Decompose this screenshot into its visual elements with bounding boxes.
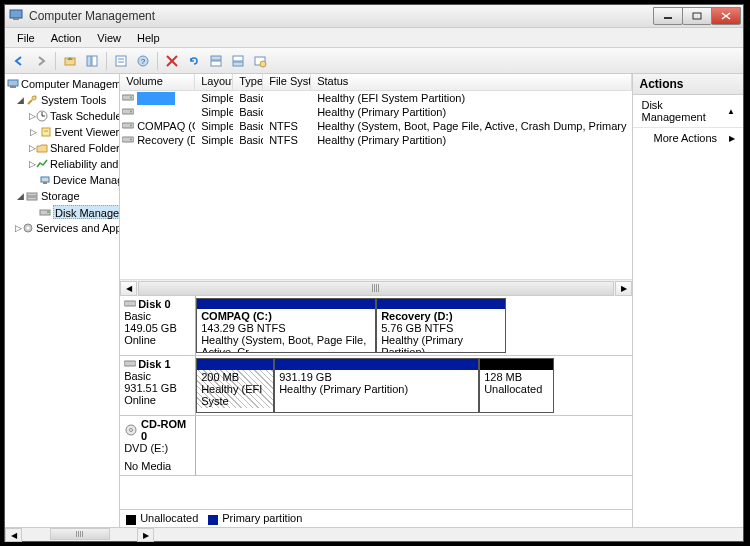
scroll-track[interactable] [22, 528, 137, 541]
tools-icon [25, 93, 39, 107]
legend-primary: Primary partition [208, 512, 302, 524]
gear-icon [22, 221, 34, 235]
menu-file[interactable]: File [9, 30, 43, 46]
cell-status: Healthy (EFI System Partition) [311, 92, 632, 104]
expand-icon[interactable]: ▷ [29, 143, 36, 153]
col-layout[interactable]: Layout [195, 74, 233, 90]
scroll-left-icon[interactable]: ◀ [120, 281, 137, 296]
settings-button[interactable] [250, 51, 270, 71]
svg-rect-22 [8, 80, 18, 86]
refresh-button[interactable] [184, 51, 204, 71]
partition-stripe [197, 299, 375, 309]
delete-button[interactable] [162, 51, 182, 71]
partition[interactable]: 200 MBHealthy (EFI Syste [196, 358, 274, 413]
tree-shared[interactable]: ▷Shared Folders [5, 140, 119, 156]
forward-button[interactable] [31, 51, 51, 71]
event-icon [39, 125, 53, 139]
nav-tree[interactable]: Computer Management (Local ◢System Tools… [5, 74, 120, 527]
cdrom-info[interactable]: CD-ROM 0 DVD (E:) No Media [120, 416, 196, 475]
expand-icon[interactable]: ▷ [15, 223, 22, 233]
scroll-thumb[interactable] [138, 281, 614, 296]
maximize-button[interactable] [682, 7, 712, 25]
volume-row[interactable]: Recovery (D:)SimpleBasicNTFSHealthy (Pri… [120, 133, 632, 147]
volume-list[interactable]: Volume Layout Type File System Status Si… [120, 74, 632, 296]
svg-point-24 [32, 96, 36, 100]
tree-systools[interactable]: ◢System Tools [5, 92, 119, 108]
disk-info[interactable]: Disk 0Basic149.05 GBOnline [120, 296, 196, 355]
svg-rect-44 [122, 137, 134, 142]
disk-size: 149.05 GB [124, 322, 191, 334]
volume-name: COMPAQ (C:) [137, 120, 195, 132]
tree-diskmgmt[interactable]: Disk Management [5, 204, 119, 220]
tree-root-label: Computer Management (Local [21, 78, 120, 90]
menu-view[interactable]: View [89, 30, 129, 46]
disk-graphical-view[interactable]: Disk 0Basic149.05 GBOnlineCOMPAQ (C:)143… [120, 296, 632, 509]
col-status[interactable]: Status [311, 74, 632, 90]
action-disk-management[interactable]: Disk Management▲ [633, 95, 743, 128]
svg-rect-17 [211, 61, 221, 66]
svg-rect-30 [41, 177, 49, 182]
disk-state: Online [124, 394, 191, 406]
help2-button[interactable]: ? [133, 51, 153, 71]
legend: Unallocated Primary partition [120, 509, 632, 527]
volume-hscroll[interactable]: ◀ ▶ [120, 279, 632, 296]
view-top-button[interactable] [206, 51, 226, 71]
expand-icon[interactable]: ▷ [29, 159, 36, 169]
disk-info[interactable]: Disk 1Basic931.51 GBOnline [120, 356, 196, 415]
tree-storage[interactable]: ◢Storage [5, 188, 119, 204]
partition[interactable]: 128 MBUnallocated [479, 358, 554, 413]
col-type[interactable]: Type [233, 74, 263, 90]
properties-button[interactable] [111, 51, 131, 71]
clock-icon [36, 109, 48, 123]
partition-size: 128 MB [484, 371, 549, 383]
disk-state: Online [124, 334, 191, 346]
tree-services[interactable]: ▷Services and Applications [5, 220, 119, 236]
tree-devmgr[interactable]: Device Manager [5, 172, 119, 188]
titlebar[interactable]: Computer Management [5, 5, 743, 28]
collapse-icon[interactable]: ◢ [15, 191, 25, 201]
back-button[interactable] [9, 51, 29, 71]
cell-layout: Simple [195, 120, 233, 132]
chevron-up-icon: ▲ [727, 107, 735, 116]
svg-rect-19 [233, 62, 243, 66]
volume-list-header[interactable]: Volume Layout Type File System Status [120, 74, 632, 91]
disk-row[interactable]: Disk 1Basic931.51 GBOnline200 MBHealthy … [120, 356, 632, 416]
partition-size: 143.29 GB NTFS [201, 322, 371, 334]
menu-action[interactable]: Action [43, 30, 90, 46]
menu-help[interactable]: Help [129, 30, 168, 46]
disk-icon [39, 205, 51, 219]
scroll-right-icon[interactable]: ▶ [615, 281, 632, 296]
disk-row[interactable]: Disk 0Basic149.05 GBOnlineCOMPAQ (C:)143… [120, 296, 632, 356]
tree-task[interactable]: ▷Task Scheduler [5, 108, 119, 124]
partition-stripe [480, 359, 553, 370]
volume-row[interactable]: SimpleBasicHealthy (Primary Partition) [120, 105, 632, 119]
svg-rect-18 [233, 56, 243, 61]
tree-event[interactable]: ▷Event Viewer [5, 124, 119, 140]
partition[interactable]: Recovery (D:)5.76 GB NTFSHealthy (Primar… [376, 298, 506, 353]
expand-icon[interactable]: ▷ [29, 111, 36, 121]
up-button[interactable] [60, 51, 80, 71]
svg-point-45 [130, 139, 132, 141]
folder-icon [36, 141, 48, 155]
scroll-right-icon[interactable]: ▶ [137, 528, 154, 542]
volume-row[interactable]: SimpleBasicHealthy (EFI System Partition… [120, 91, 632, 105]
svg-rect-42 [122, 123, 134, 128]
scroll-thumb[interactable] [50, 528, 110, 540]
partition[interactable]: 931.19 GBHealthy (Primary Partition) [274, 358, 479, 413]
expand-icon[interactable]: ▷ [29, 127, 39, 137]
partition[interactable]: COMPAQ (C:)143.29 GB NTFSHealthy (System… [196, 298, 376, 353]
tree-reliability[interactable]: ▷Reliability and Performa [5, 156, 119, 172]
collapse-icon[interactable]: ◢ [15, 95, 25, 105]
disk-partition-bar: COMPAQ (C:)143.29 GB NTFSHealthy (System… [196, 296, 632, 355]
action-more[interactable]: More Actions▶ [633, 128, 743, 148]
view-bottom-button[interactable] [228, 51, 248, 71]
scroll-left-icon[interactable]: ◀ [5, 528, 22, 542]
minimize-button[interactable] [653, 7, 683, 25]
col-filesystem[interactable]: File System [263, 74, 311, 90]
volume-row[interactable]: COMPAQ (C:)SimpleBasicNTFSHealthy (Syste… [120, 119, 632, 133]
tree-root[interactable]: Computer Management (Local [5, 76, 119, 92]
col-volume[interactable]: Volume [120, 74, 195, 90]
svg-rect-38 [122, 95, 134, 100]
close-button[interactable] [711, 7, 741, 25]
show-hide-tree-button[interactable] [82, 51, 102, 71]
